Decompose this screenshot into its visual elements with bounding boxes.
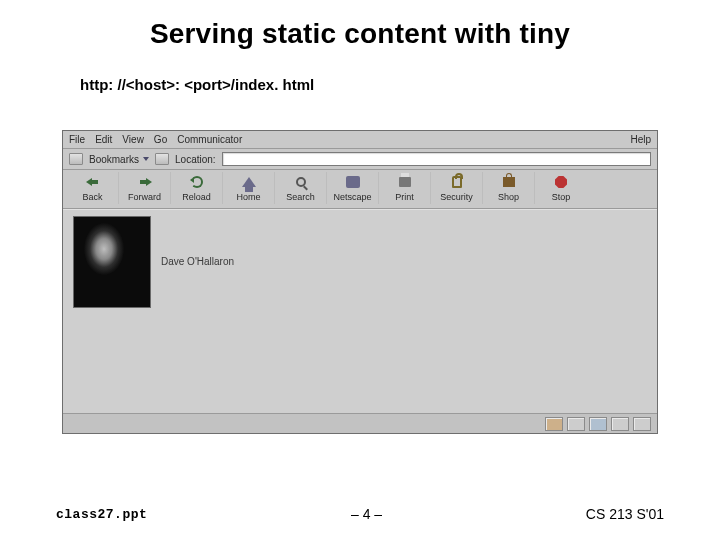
stop-button[interactable]: Stop (535, 172, 587, 204)
netscape-label: Netscape (333, 192, 371, 202)
forward-label: Forward (128, 192, 161, 202)
reload-icon (191, 176, 203, 188)
page-image (73, 216, 151, 308)
search-label: Search (286, 192, 315, 202)
search-button[interactable]: Search (275, 172, 327, 204)
statusbar (63, 413, 657, 433)
home-label: Home (236, 192, 260, 202)
status-cell-4 (611, 417, 629, 431)
stop-label: Stop (552, 192, 571, 202)
status-cell-2 (567, 417, 585, 431)
home-icon (242, 177, 256, 187)
slide-title: Serving static content with tiny (0, 0, 720, 68)
menu-view[interactable]: View (122, 134, 144, 145)
location-icon[interactable] (155, 153, 169, 165)
menubar: File Edit View Go Communicator Help (63, 131, 657, 149)
security-label: Security (440, 192, 473, 202)
print-button[interactable]: Print (379, 172, 431, 204)
reload-label: Reload (182, 192, 211, 202)
browser-window: File Edit View Go Communicator Help Book… (62, 130, 658, 434)
status-cell-3 (589, 417, 607, 431)
menu-file[interactable]: File (69, 134, 85, 145)
back-icon (86, 177, 100, 187)
shop-label: Shop (498, 192, 519, 202)
footer-course: CS 213 S'01 (586, 506, 664, 522)
home-button[interactable]: Home (223, 172, 275, 204)
back-label: Back (82, 192, 102, 202)
status-cell-5 (633, 417, 651, 431)
shop-icon (503, 177, 515, 187)
shop-button[interactable]: Shop (483, 172, 535, 204)
back-button[interactable]: Back (67, 172, 119, 204)
print-icon (399, 177, 411, 187)
example-url: http: //<host>: <port>/index. html (0, 68, 720, 107)
bookmarks-dropdown[interactable]: Bookmarks (89, 154, 149, 165)
toolbar: Back Forward Reload Home Search Netscape… (63, 170, 657, 209)
menu-go[interactable]: Go (154, 134, 167, 145)
netscape-button[interactable]: Netscape (327, 172, 379, 204)
security-icon (452, 176, 462, 188)
search-icon (296, 177, 306, 187)
content-area: Dave O'Hallaron (63, 209, 657, 413)
security-button[interactable]: Security (431, 172, 483, 204)
bookmark-bar: Bookmarks Location: (63, 149, 657, 170)
stop-icon (555, 176, 567, 188)
forward-button[interactable]: Forward (119, 172, 171, 204)
forward-icon (138, 177, 152, 187)
status-cell-1 (545, 417, 563, 431)
location-input[interactable] (222, 152, 651, 166)
footer-page: – 4 – (351, 506, 382, 522)
location-label: Location: (175, 154, 216, 165)
menu-edit[interactable]: Edit (95, 134, 112, 145)
netscape-icon (346, 176, 360, 188)
slide-footer: class27.ppt – 4 – CS 213 S'01 (0, 506, 720, 522)
bookmarks-label: Bookmarks (89, 154, 139, 165)
bookmarks-icon[interactable] (69, 153, 83, 165)
chevron-down-icon (143, 157, 149, 161)
menu-help[interactable]: Help (630, 134, 651, 145)
menu-communicator[interactable]: Communicator (177, 134, 242, 145)
footer-filename: class27.ppt (56, 507, 147, 522)
reload-button[interactable]: Reload (171, 172, 223, 204)
print-label: Print (395, 192, 414, 202)
page-caption: Dave O'Hallaron (161, 216, 234, 267)
